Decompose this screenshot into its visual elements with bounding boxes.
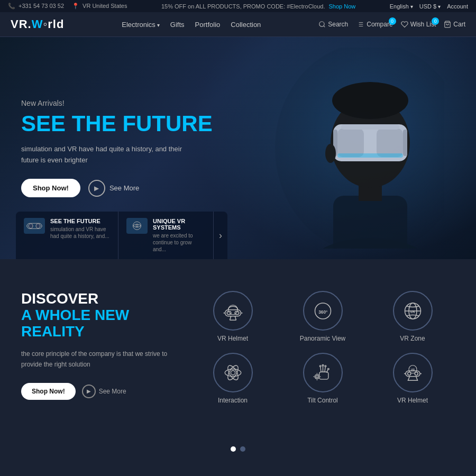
promo-link[interactable]: Shop Now — [329, 3, 356, 10]
vr-zone-icon: VR — [393, 291, 433, 331]
svg-rect-5 — [333, 196, 407, 249]
icon-tilt-control-label: Tilt Control — [307, 397, 338, 404]
svg-point-18 — [29, 224, 33, 228]
hero-description: simulation and VR have had quite a histo… — [21, 144, 190, 166]
currency-chevron-icon — [438, 3, 441, 10]
icon-panoramic-label: Panoramic View — [300, 335, 345, 342]
lang-chevron-icon — [410, 3, 413, 10]
compare-badge: 0 — [389, 17, 396, 25]
svg-point-39 — [231, 370, 235, 374]
icon-tilt-control[interactable]: Tilt Control — [280, 353, 365, 404]
panoramic-icon: 360° — [303, 291, 343, 331]
svg-line-44 — [320, 366, 321, 371]
logo[interactable]: VR.W◦rld — [11, 17, 64, 31]
phone-number: 📞 +331 54 73 03 52 — [8, 3, 64, 10]
vr-helmet-icon — [213, 291, 253, 331]
account-link[interactable]: Account — [447, 3, 468, 10]
language-selector[interactable]: English — [390, 3, 413, 10]
hero-section: New Arrivals! SEE THE FUTURE simulation … — [0, 37, 476, 259]
svg-point-48 — [319, 365, 321, 367]
discover-line1: DISCOVER — [21, 291, 169, 307]
discover-line3: REALITY — [21, 324, 169, 340]
currency-selector[interactable]: USD $ — [419, 3, 441, 10]
discover-icons-grid: VR Helmet 360° Panoramic View — [190, 291, 455, 404]
discover-description: the core principle of the company is tha… — [21, 349, 169, 369]
svg-point-49 — [322, 364, 324, 366]
vr-helmet-2-icon: VR — [393, 353, 433, 392]
svg-rect-14 — [337, 153, 403, 158]
top-bar: 📞 +331 54 73 03 52 📍 VR United States 15… — [0, 0, 476, 12]
svg-line-31 — [235, 316, 236, 320]
icon-panoramic[interactable]: 360° Panoramic View — [280, 291, 365, 342]
icon-vr-helmet[interactable]: VR Helmet — [190, 291, 275, 342]
icon-vr-zone[interactable]: VR VR Zone — [370, 291, 455, 342]
discover-text: DISCOVER A WHOLE NEW REALITY the core pr… — [21, 291, 169, 400]
svg-text:VR: VR — [410, 309, 415, 313]
icon-interaction[interactable]: Interaction — [190, 353, 275, 404]
svg-text:VR: VR — [410, 368, 415, 371]
discover-shop-now-button[interactable]: Shop Now! — [21, 383, 76, 400]
svg-point-52 — [315, 374, 319, 379]
location: 📍 VR United States — [72, 3, 127, 10]
play-icon: ▶ — [88, 180, 105, 197]
carousel-dots — [0, 436, 476, 468]
icon-vr-helmet-2-label: VR Helmet — [397, 397, 428, 404]
interaction-icon — [213, 353, 253, 392]
svg-rect-60 — [407, 372, 410, 375]
svg-rect-9 — [337, 129, 364, 157]
carousel-dot-2[interactable] — [240, 446, 245, 452]
cart-label: Cart — [453, 21, 465, 28]
hero-content: New Arrivals! SEE THE FUTURE simulation … — [0, 72, 234, 224]
wishlist-button[interactable]: Wish List 0 — [401, 21, 436, 28]
svg-rect-10 — [377, 129, 403, 157]
discover-line2: A WHOLE NEW — [21, 307, 169, 324]
nav-gifts[interactable]: Gifts — [170, 21, 185, 29]
hero-tagline: New Arrivals! — [21, 99, 213, 107]
wishlist-badge: 0 — [432, 17, 439, 25]
svg-point-50 — [324, 365, 326, 367]
discover-see-more-button[interactable]: ▶ See More — [82, 385, 126, 398]
hero-title: SEE THE FUTURE — [21, 112, 213, 136]
svg-rect-13 — [341, 124, 399, 130]
icon-vr-zone-label: VR Zone — [400, 335, 425, 342]
navbar: VR.W◦rld Electronics Gifts Portfolio Col… — [0, 12, 476, 37]
top-bar-left: 📞 +331 54 73 03 52 📍 VR United States — [8, 3, 127, 10]
svg-point-19 — [36, 224, 40, 228]
hero-shop-now-button[interactable]: Shop Now! — [21, 179, 80, 197]
discover-actions: Shop Now! ▶ See More — [21, 383, 169, 400]
hero-see-more-button[interactable]: ▶ See More — [88, 180, 139, 197]
svg-point-23 — [136, 225, 138, 227]
discover-play-icon: ▶ — [82, 385, 96, 398]
svg-rect-12 — [403, 130, 407, 156]
svg-point-53 — [316, 376, 318, 378]
nav-portfolio[interactable]: Portfolio — [195, 21, 221, 29]
nav-collection[interactable]: Collection — [231, 21, 261, 29]
svg-point-16 — [332, 82, 408, 119]
icon-vr-helmet-2[interactable]: VR VR Helmet — [370, 353, 455, 404]
svg-point-0 — [319, 22, 324, 26]
vr-person-illustration — [222, 48, 444, 249]
nav-electronics[interactable]: Electronics — [122, 21, 160, 29]
search-label: Search — [328, 21, 348, 28]
icon-interaction-label: Interaction — [218, 397, 248, 404]
svg-rect-43 — [319, 372, 328, 379]
carousel-dot-1[interactable] — [231, 446, 236, 452]
search-button[interactable]: Search — [318, 21, 348, 28]
svg-rect-61 — [415, 372, 418, 375]
top-bar-right: English USD $ Account — [390, 3, 468, 10]
svg-line-1 — [324, 26, 325, 28]
icon-vr-helmet-label: VR Helmet — [217, 335, 248, 342]
discover-section: DISCOVER A WHOLE NEW REALITY the core pr… — [0, 259, 476, 436]
promo-bar: 15% OFF on ALL PRODUCTS, PROMO CODE: #El… — [127, 3, 389, 10]
svg-text:360°: 360° — [318, 309, 327, 314]
nav-links: Electronics Gifts Portfolio Collection — [122, 21, 261, 29]
electronics-chevron-icon — [157, 21, 160, 29]
svg-point-15 — [325, 144, 336, 163]
svg-line-30 — [230, 316, 231, 320]
svg-line-46 — [324, 366, 325, 371]
nav-actions: Search Compare 0 Wish List 0 Cart — [318, 21, 465, 28]
compare-button[interactable]: Compare 0 — [356, 21, 392, 28]
svg-point-51 — [327, 368, 329, 370]
cart-button[interactable]: Cart — [444, 21, 465, 28]
hero-actions: Shop Now! ▶ See More — [21, 179, 213, 197]
